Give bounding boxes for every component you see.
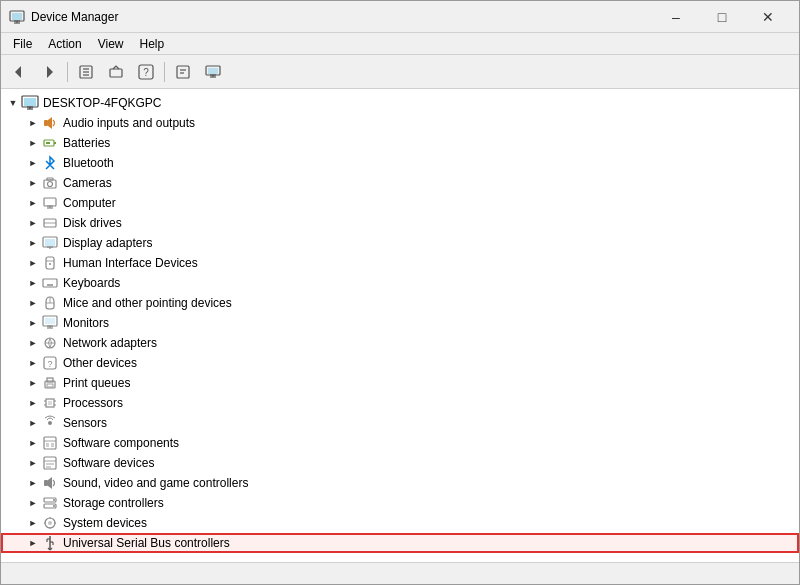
cameras-icon xyxy=(41,175,59,191)
tree-item-hid[interactable]: ►Human Interface Devices xyxy=(1,253,799,273)
computer-label: Computer xyxy=(63,196,116,210)
tree-item-display[interactable]: ►Display adapters xyxy=(1,233,799,253)
svg-rect-36 xyxy=(44,198,56,206)
tree-item-software-components[interactable]: ►Software components xyxy=(1,433,799,453)
monitors-arrow: ► xyxy=(25,315,41,331)
batteries-arrow: ► xyxy=(25,135,41,151)
hid-arrow: ► xyxy=(25,255,41,271)
root-computer-icon xyxy=(21,95,39,111)
usb-icon xyxy=(41,535,59,551)
device-manager-window: Device Manager – □ ✕ File Action View He… xyxy=(0,0,800,585)
svg-point-91 xyxy=(48,521,52,525)
tree-item-audio[interactable]: ►Audio inputs and outputs xyxy=(1,113,799,133)
bluetooth-arrow: ► xyxy=(25,155,41,171)
other-label: Other devices xyxy=(63,356,137,370)
svg-point-88 xyxy=(53,499,55,501)
tree-item-storage[interactable]: ►Storage controllers xyxy=(1,493,799,513)
svg-rect-49 xyxy=(43,279,57,287)
tree-item-sound[interactable]: ►Sound, video and game controllers xyxy=(1,473,799,493)
computer-icon xyxy=(41,195,59,211)
software-components-arrow: ► xyxy=(25,435,41,451)
tree-item-batteries[interactable]: ►Batteries xyxy=(1,133,799,153)
batteries-icon xyxy=(41,135,59,151)
system-icon xyxy=(41,515,59,531)
tree-item-system[interactable]: ►System devices xyxy=(1,513,799,533)
software-devices-icon xyxy=(41,455,59,471)
svg-rect-43 xyxy=(45,239,55,246)
tree-item-print[interactable]: ►Print queues xyxy=(1,373,799,393)
bluetooth-icon xyxy=(41,155,59,171)
tree-item-network[interactable]: ►Network adapters xyxy=(1,333,799,353)
sound-icon xyxy=(41,475,59,491)
svg-rect-79 xyxy=(51,443,54,447)
monitors-icon xyxy=(41,315,59,331)
toolbar-sep-2 xyxy=(164,62,165,82)
tree-item-bluetooth[interactable]: ►Bluetooth xyxy=(1,153,799,173)
menu-view[interactable]: View xyxy=(90,35,132,53)
keyboards-label: Keyboards xyxy=(63,276,120,290)
device-tree[interactable]: ▼ DESKTOP-4FQKGPC ►Audio inputs and outp… xyxy=(1,89,799,562)
tree-item-computer[interactable]: ►Computer xyxy=(1,193,799,213)
display-label: Display adapters xyxy=(63,236,152,250)
device-view-button[interactable] xyxy=(199,59,227,85)
tree-root[interactable]: ▼ DESKTOP-4FQKGPC xyxy=(1,93,799,113)
svg-point-75 xyxy=(48,421,52,425)
svg-rect-76 xyxy=(44,437,56,449)
menu-help[interactable]: Help xyxy=(132,35,173,53)
tree-item-keyboards[interactable]: ►Keyboards xyxy=(1,273,799,293)
sound-arrow: ► xyxy=(25,475,41,491)
svg-marker-85 xyxy=(48,477,52,489)
svg-rect-23 xyxy=(24,98,36,106)
software-components-icon xyxy=(41,435,59,451)
tree-item-monitors[interactable]: ►Monitors xyxy=(1,313,799,333)
svg-rect-78 xyxy=(46,443,49,447)
tree-item-usb[interactable]: ►Universal Serial Bus controllers xyxy=(1,533,799,553)
monitors-label: Monitors xyxy=(63,316,109,330)
properties-button[interactable] xyxy=(169,59,197,85)
menu-file[interactable]: File xyxy=(5,35,40,53)
forward-button[interactable] xyxy=(35,59,63,85)
tree-item-disk[interactable]: ►Disk drives xyxy=(1,213,799,233)
maximize-button[interactable]: □ xyxy=(699,1,745,33)
sensors-icon xyxy=(41,415,59,431)
hid-icon xyxy=(41,255,59,271)
network-label: Network adapters xyxy=(63,336,157,350)
root-label: DESKTOP-4FQKGPC xyxy=(43,96,161,110)
show-hide-button[interactable] xyxy=(72,59,100,85)
svg-text:?: ? xyxy=(47,359,52,369)
tree-item-sensors[interactable]: ►Sensors xyxy=(1,413,799,433)
batteries-label: Batteries xyxy=(63,136,110,150)
close-button[interactable]: ✕ xyxy=(745,1,791,33)
svg-rect-84 xyxy=(44,480,48,486)
help-button[interactable]: ? xyxy=(132,59,160,85)
system-label: System devices xyxy=(63,516,147,530)
tree-item-software-devices[interactable]: ►Software devices xyxy=(1,453,799,473)
sensors-arrow: ► xyxy=(25,415,41,431)
svg-rect-31 xyxy=(46,142,50,144)
update-driver-button[interactable] xyxy=(102,59,130,85)
mice-icon xyxy=(41,295,59,311)
minimize-button[interactable]: – xyxy=(653,1,699,33)
tree-item-cameras[interactable]: ►Cameras xyxy=(1,173,799,193)
svg-rect-35 xyxy=(47,178,53,180)
tree-item-processors[interactable]: ►Processors xyxy=(1,393,799,413)
display-icon xyxy=(41,235,59,251)
svg-marker-6 xyxy=(47,66,53,78)
other-arrow: ► xyxy=(25,355,41,371)
menu-action[interactable]: Action xyxy=(40,35,89,53)
disk-icon xyxy=(41,215,59,231)
storage-arrow: ► xyxy=(25,495,41,511)
back-button[interactable] xyxy=(5,59,33,85)
tree-items-container: ►Audio inputs and outputs►Batteries►Blue… xyxy=(1,113,799,553)
svg-rect-70 xyxy=(48,401,52,405)
hid-label: Human Interface Devices xyxy=(63,256,198,270)
svg-marker-32 xyxy=(46,157,54,169)
tree-item-mice[interactable]: ►Mice and other pointing devices xyxy=(1,293,799,313)
software-devices-arrow: ► xyxy=(25,455,41,471)
audio-label: Audio inputs and outputs xyxy=(63,116,195,130)
tree-item-other[interactable]: ►?Other devices xyxy=(1,353,799,373)
display-arrow: ► xyxy=(25,235,41,251)
mice-label: Mice and other pointing devices xyxy=(63,296,232,310)
usb-label: Universal Serial Bus controllers xyxy=(63,536,230,550)
print-label: Print queues xyxy=(63,376,130,390)
